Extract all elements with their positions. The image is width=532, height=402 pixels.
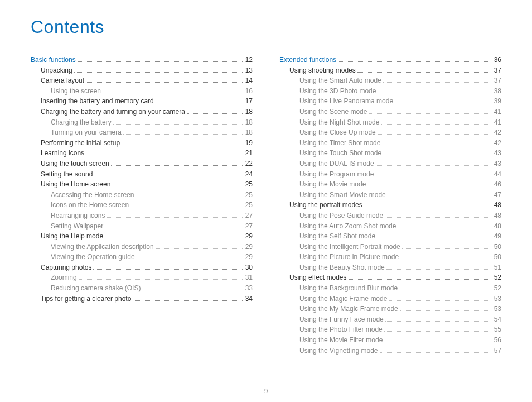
toc-entry-page: 44 (493, 169, 501, 180)
toc-entry-page: 41 (493, 107, 501, 117)
toc-entry[interactable]: Using the Self Shot mode 49 (279, 231, 501, 242)
toc-entry[interactable]: Using the DUAL IS mode 43 (279, 159, 501, 169)
toc-entry[interactable]: Viewing the Operation guide 29 (31, 252, 253, 262)
toc-leader-dots (385, 321, 491, 322)
toc-entry-label: Using the Timer Shot mode (299, 138, 380, 149)
toc-entry[interactable]: Using the Pose Guide mode 48 (279, 210, 501, 221)
toc-entry-label: Using the Movie Filter mode (299, 335, 383, 346)
toc-entry-page: 18 (244, 127, 253, 138)
toc-entry-page: 42 (493, 138, 501, 149)
toc-entry[interactable]: Using the Funny Face mode 54 (279, 314, 501, 325)
toc-entry[interactable]: Setting Wallpaper 27 (31, 221, 253, 232)
toc-entry[interactable]: Using the Program mode 44 (279, 169, 501, 180)
toc-leader-dots (86, 155, 243, 155)
toc-leader-dots (384, 331, 491, 332)
toc-entry-page: 13 (244, 65, 253, 76)
toc-entry-label: Using the Magic Frame mode (299, 294, 387, 304)
toc-entry-page: 50 (493, 242, 501, 252)
toc-entry[interactable]: Accessing the Home screen 25 (31, 190, 253, 200)
toc-entry-label: Using the Vignetting mode (299, 346, 378, 356)
toc-entry[interactable]: Rearranging icons 27 (31, 210, 253, 221)
toc-entry[interactable]: Charging the battery 18 (31, 117, 253, 128)
toc-entry[interactable]: Using the Scene mode 41 (279, 107, 501, 117)
toc-entry[interactable]: Charging the battery and turning on your… (31, 107, 253, 117)
toc-entry[interactable]: Using the Smart Auto mode 37 (279, 75, 501, 86)
toc-entry[interactable]: Using the Magic Frame mode 53 (279, 294, 501, 304)
toc-entry[interactable]: Using shooting modes 37 (279, 65, 501, 76)
toc-entry[interactable]: Using the Intelligent Portrait mode 50 (279, 242, 501, 252)
toc-entry[interactable]: Using the screen 16 (31, 86, 253, 97)
toc-entry[interactable]: Using effect modes 52 (279, 272, 501, 283)
toc-entry[interactable]: Camera layout 14 (31, 75, 253, 86)
toc-entry[interactable]: Inserting the battery and memory card 17 (31, 96, 253, 107)
toc-entry[interactable]: Capturing photos 30 (31, 262, 253, 273)
toc-entry-page: 51 (493, 262, 501, 273)
toc-entry-label: Learning icons (41, 148, 84, 159)
toc-leader-dots (398, 228, 491, 228)
toc-entry[interactable]: Using the Close Up mode 42 (279, 127, 501, 138)
toc-entry[interactable]: Using the Photo Filter mode 55 (279, 324, 501, 335)
toc-entry[interactable]: Zooming 31 (31, 272, 253, 283)
toc-leader-dots (383, 82, 491, 83)
toc-entry[interactable]: Icons on the Home screen 25 (31, 200, 253, 210)
toc-leader-dots (74, 72, 243, 73)
toc-leader-dots (395, 103, 491, 103)
toc-entry-page: 47 (493, 190, 501, 200)
toc-entry[interactable]: Reducing camera shake (OIS) 33 (31, 283, 253, 294)
toc-entry-page: 53 (493, 304, 501, 314)
toc-entry[interactable]: Using the Smart Movie mode 47 (279, 190, 501, 200)
toc-entry[interactable]: Using the Night Shot mode 41 (279, 117, 501, 128)
toc-entry-label: Reducing camera shake (OIS) (51, 283, 141, 294)
toc-entry[interactable]: Using the Live Panorama mode 39 (279, 96, 501, 107)
toc-leader-dots (357, 72, 491, 73)
toc-entry[interactable]: Extended functions 36 (279, 55, 501, 65)
toc-entry-label: Charging the battery and turning on your… (41, 107, 185, 117)
toc-entry-page: 52 (493, 283, 501, 294)
toc-entry[interactable]: Using the portrait modes 48 (279, 200, 501, 210)
toc-entry[interactable]: Using the Help mode 29 (31, 231, 253, 242)
toc-leader-dots (107, 217, 242, 218)
toc-entry[interactable]: Tips for getting a clearer photo 34 (31, 294, 253, 304)
toc-entry[interactable]: Using the Timer Shot mode 42 (279, 138, 501, 149)
toc-entry-label: Using the Background Blur mode (299, 283, 398, 294)
toc-entry[interactable]: Performing the initial setup 19 (31, 138, 253, 149)
toc-entry[interactable]: Using the Movie mode 46 (279, 179, 501, 190)
toc-entry[interactable]: Unpacking 13 (31, 65, 253, 76)
toc-entry-label: Using the Pose Guide mode (299, 210, 383, 221)
toc-entry-label: Using effect modes (289, 272, 347, 283)
toc-leader-dots (93, 269, 242, 270)
toc-entry[interactable]: Viewing the Application description 29 (31, 242, 253, 252)
toc-entry[interactable]: Turning on your camera 18 (31, 127, 253, 138)
toc-column-left: Basic functions 12Unpacking 13Camera lay… (31, 55, 253, 356)
toc-entry[interactable]: Setting the sound 24 (31, 169, 253, 180)
toc-entry-label: Using shooting modes (289, 65, 356, 76)
toc-entry[interactable]: Using the touch screen 22 (31, 159, 253, 169)
toc-entry[interactable]: Using the Picture in Picture mode 50 (279, 252, 501, 262)
toc-entry[interactable]: Basic functions 12 (31, 55, 253, 65)
toc-entry[interactable]: Using the Background Blur mode 52 (279, 283, 501, 294)
toc-entry-label: Inserting the battery and memory card (41, 96, 154, 107)
toc-entry[interactable]: Learning icons 21 (31, 148, 253, 159)
toc-entry[interactable]: Using the Touch Shot mode 43 (279, 148, 501, 159)
toc-entry[interactable]: Using the Beauty Shot mode 51 (279, 262, 501, 273)
toc-entry-label: Turning on your camera (51, 127, 122, 138)
toc-entry-label: Icons on the Home screen (51, 200, 129, 210)
toc-entry[interactable]: Using the 3D Photo mode 38 (279, 86, 501, 97)
toc-leader-dots (137, 259, 243, 259)
toc-entry-page: 16 (244, 86, 253, 97)
toc-entry-page: 48 (493, 221, 501, 232)
toc-entry[interactable]: Using the Auto Zoom Shot mode 48 (279, 221, 501, 232)
toc-entry[interactable]: Using the My Magic Frame mode 53 (279, 304, 501, 314)
toc-leader-dots (399, 290, 491, 290)
toc-entry[interactable]: Using the Home screen 25 (31, 179, 253, 190)
toc-entry[interactable]: Using the Vignetting mode 57 (279, 346, 501, 356)
toc-entry-page: 29 (244, 252, 253, 262)
toc-leader-dots (338, 61, 491, 62)
toc-entry-label: Using the Intelligent Portrait mode (299, 242, 400, 252)
toc-entry-page: 48 (493, 210, 501, 221)
toc-entry-label: Using the Self Shot mode (299, 231, 375, 242)
toc-leader-dots (400, 310, 491, 311)
toc-entry[interactable]: Using the Movie Filter mode 56 (279, 335, 501, 346)
toc-leader-dots (349, 279, 491, 280)
toc-entry-page: 49 (493, 231, 501, 242)
